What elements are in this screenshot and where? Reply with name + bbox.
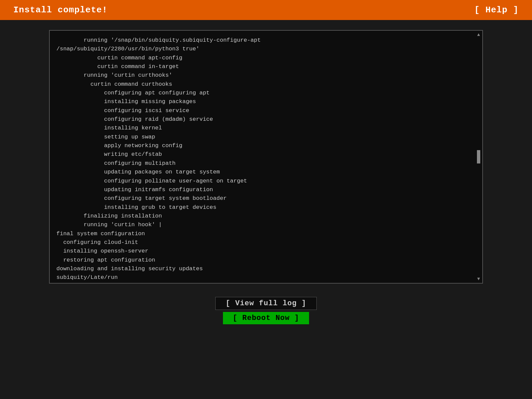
- scroll-thumb[interactable]: [477, 150, 480, 163]
- help-button[interactable]: [ Help ]: [474, 5, 519, 15]
- scroll-down-arrow[interactable]: ▼: [477, 276, 480, 282]
- terminal-output: running '/snap/bin/subiquity.subiquity-c…: [56, 36, 476, 282]
- header-bar: Install complete! [ Help ]: [0, 0, 532, 20]
- reboot-now-button[interactable]: [ Reboot Now ]: [223, 312, 309, 324]
- view-log-button[interactable]: [ View full log ]: [215, 297, 316, 310]
- header-title: Install complete!: [13, 5, 107, 15]
- scrollbar[interactable]: ▲ ▼: [476, 32, 481, 282]
- main-content: running '/snap/bin/subiquity.subiquity-c…: [0, 20, 532, 399]
- scroll-up-arrow[interactable]: ▲: [477, 32, 480, 37]
- buttons-area: [ View full log ] [ Reboot Now ]: [215, 297, 316, 324]
- terminal-box: running '/snap/bin/subiquity.subiquity-c…: [49, 30, 483, 284]
